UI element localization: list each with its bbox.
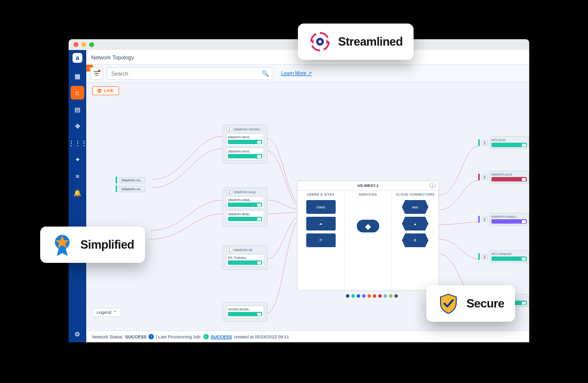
chevron-up-icon: ⌃	[113, 310, 117, 315]
close-dot[interactable]	[74, 42, 78, 47]
right-node[interactable]: 1etCl-prod	[478, 136, 529, 149]
site-tile[interactable]: ☁	[306, 217, 336, 230]
legend-toggle[interactable]: Legend⌃	[92, 308, 122, 317]
sidebar-settings-icon[interactable]: ⚙	[71, 327, 84, 341]
filter-button[interactable]	[90, 67, 103, 80]
statusbar: Network Status: SUCCESS i | Last Provisi…	[86, 331, 529, 342]
sidebar-dashboard-icon[interactable]: ▦	[71, 69, 84, 83]
region-panel[interactable]: US-WEST-1i USERS & SITES Users ☁ ⟳ SERVI…	[297, 180, 439, 291]
service-pill[interactable]: ◆	[357, 220, 379, 232]
sidebar-sliders-icon[interactable]: ≡	[71, 169, 84, 183]
leaf-node[interactable]: sitadmin-vs..	[116, 177, 145, 183]
node-group[interactable]: 2sitadmin-vendor.. sitadmin-vend.. sitad…	[222, 125, 268, 164]
connector-gcp[interactable]: ⊕	[402, 233, 428, 247]
callout-simplified: Simplified	[40, 227, 145, 263]
right-node[interactable]: 1etCl-nonprod	[478, 250, 529, 263]
sidebar-file-icon[interactable]: ▤	[71, 102, 84, 116]
provisioning-job-link[interactable]: SUCCESS	[211, 334, 232, 339]
check-badge-icon: ✓	[203, 334, 209, 339]
connector-azure[interactable]: ▲	[402, 217, 428, 230]
shield-check-icon	[437, 292, 460, 315]
connector-aws[interactable]: aws	[402, 200, 428, 214]
sidebar-bell-icon[interactable]: 🔔	[71, 186, 84, 200]
node-group[interactable]: 1sitadmin-dk DX-Training	[222, 245, 268, 270]
learn-more-link[interactable]: Learn More ↗	[281, 71, 312, 76]
minimize-dot[interactable]	[81, 42, 86, 47]
search-input[interactable]	[111, 71, 259, 77]
sidebar-topology-icon[interactable]: ⎌	[71, 86, 84, 100]
right-node[interactable]: 1sitadmin-prod	[478, 171, 529, 183]
maximize-dot[interactable]	[89, 42, 94, 47]
sidebar-move-icon[interactable]: ✥	[71, 119, 84, 133]
users-tile[interactable]: Users	[306, 200, 336, 214]
node-group[interactable]: remote-acces..	[222, 302, 268, 322]
site-tile[interactable]: ⟳	[306, 233, 336, 247]
leaf-node[interactable]: sitadmin-vs..	[116, 185, 145, 192]
ribbon-badge-icon	[51, 233, 74, 256]
info-badge-icon[interactable]: i	[148, 334, 154, 339]
callout-streamlined: Streamlined	[298, 24, 414, 60]
sidebar-puzzle-icon[interactable]: ✦	[71, 153, 84, 166]
live-dot-icon	[98, 89, 101, 93]
filter-icon	[94, 71, 99, 76]
sidebar-grid-icon[interactable]: ⋮⋮⋮	[71, 136, 84, 150]
node-group[interactable]: 2sitadmin-corp sitadmin-sdwa.. sitadmin-…	[222, 187, 268, 227]
search-field[interactable]: 🔍	[107, 67, 273, 80]
gear-cycle-icon	[309, 30, 331, 53]
search-icon: 🔍	[262, 70, 269, 77]
callout-secure: Secure	[426, 285, 515, 322]
svg-point-4	[318, 40, 321, 43]
sidebar: a › ▦ ⎌ ▤ ✥ ⋮⋮⋮ ✦ ≡ 🔔 ⚙	[69, 50, 86, 342]
info-icon[interactable]: i	[430, 182, 436, 188]
right-node[interactable]: 1sitadmin-nonpro..	[478, 213, 529, 226]
page-title: Network Topology	[91, 54, 134, 60]
toolbar: 🔍 Learn More ↗	[86, 65, 529, 82]
color-legend-dots	[346, 294, 398, 298]
live-badge: LIVE	[92, 86, 119, 95]
app-logo[interactable]: a	[73, 53, 82, 63]
